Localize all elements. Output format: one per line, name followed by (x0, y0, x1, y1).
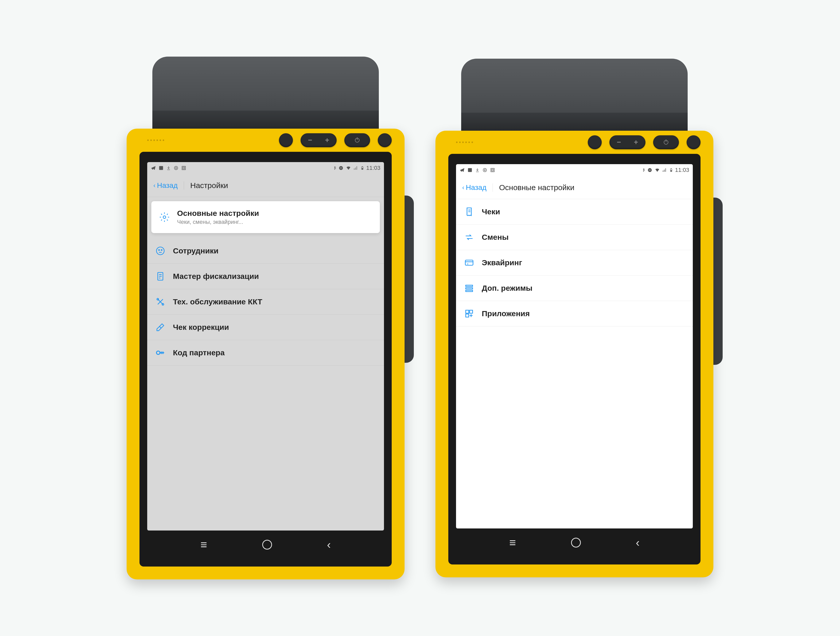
settings-item-receipts[interactable]: Чеки (456, 199, 693, 225)
shifts-icon (464, 232, 475, 243)
svg-rect-32 (466, 310, 469, 313)
wifi-icon (346, 166, 351, 170)
status-time: 11:03 (675, 167, 689, 174)
item-title: Приложения (482, 309, 685, 318)
screen-frame: 11:03 ‹ Назад Настройки Основные наст (139, 152, 392, 567)
svg-rect-3 (182, 166, 185, 170)
item-title: Основные настройки (177, 209, 372, 218)
settings-list: Чеки Смены Эквайринг Доп. режимы (456, 199, 693, 529)
page-title: Основные настройки (493, 183, 575, 192)
receipt-icon (464, 206, 475, 217)
item-title: Чеки (482, 207, 685, 216)
device-body: −+ (126, 129, 404, 579)
settings-item-shifts[interactable]: Смены (456, 225, 693, 250)
back-label: Назад (157, 181, 178, 189)
battery-icon (669, 167, 673, 173)
item-title: Сотрудники (173, 246, 376, 255)
chevron-left-icon: ‹ (153, 182, 155, 189)
nav-header: ‹ Назад Основные настройки (456, 176, 693, 199)
svg-point-17 (156, 351, 160, 354)
page-title: Настройки (184, 181, 228, 190)
hardware-buttons: −+ (126, 129, 404, 152)
pos-device-right: −+ (436, 58, 714, 578)
item-title: Код партнера (173, 348, 376, 357)
telegram-icon (459, 167, 465, 173)
svg-point-2 (175, 167, 176, 168)
settings-item-apps[interactable]: Приложения (456, 301, 693, 327)
hardware-button-2[interactable] (378, 133, 392, 147)
power-button[interactable] (344, 133, 370, 147)
svg-rect-30 (466, 288, 473, 289)
svg-rect-9 (362, 168, 363, 169)
home-button[interactable] (571, 538, 581, 548)
status-bar: 11:03 (147, 162, 384, 174)
printer-cover (461, 58, 688, 131)
status-bar: 11:03 (456, 164, 693, 176)
volume-buttons[interactable]: −+ (609, 135, 646, 149)
svg-rect-18 (468, 168, 472, 172)
svg-rect-24 (649, 170, 651, 170)
chevron-left-icon: ‹ (462, 184, 464, 191)
nav-header: ‹ Назад Настройки (147, 174, 384, 197)
speaker-grille (147, 139, 164, 141)
battery-icon (360, 165, 364, 171)
settings-item-fiscal[interactable]: Мастер фискализации (147, 264, 384, 289)
svg-rect-4 (183, 167, 185, 169)
item-title: Доп. режимы (482, 284, 685, 292)
back-label: Назад (466, 183, 486, 192)
key-icon (155, 347, 166, 358)
target-icon (174, 166, 178, 170)
side-grip (710, 197, 723, 365)
back-button[interactable]: ‹ Назад (153, 181, 184, 189)
volume-buttons[interactable]: −+ (301, 133, 336, 147)
download-icon (475, 167, 480, 173)
square-icon (490, 167, 495, 173)
settings-item-maintenance[interactable]: Тех. обслуживание ККТ (147, 289, 384, 315)
side-grip (401, 196, 414, 363)
svg-rect-21 (491, 168, 494, 172)
settings-item-acquiring[interactable]: Эквайринг (456, 250, 693, 276)
modes-icon (464, 283, 475, 294)
signal-icon (353, 166, 358, 170)
android-nav-bar: ≡ ‹ (147, 530, 384, 559)
svg-point-10 (163, 216, 166, 218)
telegram-icon (151, 166, 156, 170)
screen: 11:03 ‹ Назад Основные настройки Чеки (456, 164, 693, 529)
image-icon (158, 166, 164, 170)
item-title: Смены (482, 233, 685, 241)
svg-rect-34 (466, 314, 469, 317)
settings-item-correction[interactable]: Чек коррекции (147, 315, 384, 340)
svg-point-13 (161, 249, 162, 250)
item-title: Тех. обслуживание ККТ (173, 297, 376, 306)
apps-icon (464, 308, 475, 319)
settings-item-employees[interactable]: Сотрудники (147, 238, 384, 264)
bluetooth-icon (333, 166, 336, 170)
home-button[interactable] (262, 540, 272, 549)
hardware-button-1[interactable] (588, 135, 602, 149)
wifi-icon (654, 167, 660, 173)
back-nav-button[interactable]: ‹ (327, 538, 331, 551)
hardware-button-1[interactable] (279, 133, 293, 147)
settings-item-main[interactable]: Основные настройки Чеки, смены, эквайрин… (151, 201, 380, 233)
menu-button[interactable]: ≡ (201, 539, 207, 550)
eraser-icon (155, 322, 166, 333)
screen: 11:03 ‹ Назад Настройки Основные наст (147, 162, 384, 530)
svg-rect-28 (465, 260, 473, 265)
settings-item-modes[interactable]: Доп. режимы (456, 276, 693, 301)
settings-item-partner-code[interactable]: Код партнера (147, 340, 384, 366)
bluetooth-icon (641, 167, 645, 173)
svg-rect-22 (492, 169, 494, 171)
target-icon (482, 167, 488, 173)
status-time: 11:03 (366, 165, 381, 171)
back-button[interactable]: ‹ Назад (462, 183, 493, 192)
hardware-button-2[interactable] (687, 135, 701, 149)
menu-button[interactable]: ≡ (509, 537, 516, 548)
fiscal-icon (155, 271, 166, 282)
pos-device-left: −+ (126, 57, 404, 579)
printer-cover (152, 57, 379, 129)
svg-point-11 (156, 247, 164, 255)
back-nav-button[interactable]: ‹ (636, 536, 639, 549)
power-button[interactable] (653, 135, 679, 149)
dnd-icon (647, 167, 652, 173)
svg-rect-29 (466, 285, 473, 286)
